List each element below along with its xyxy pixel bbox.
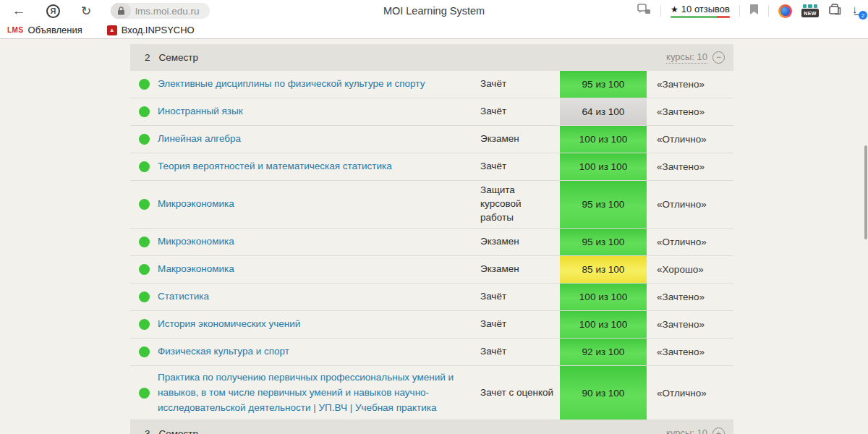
score-cell: 100 из 100 [560, 126, 647, 153]
dot-cell [130, 71, 158, 98]
status-dot-icon [139, 237, 150, 247]
course-link[interactable]: Практика по получению первичных професси… [158, 370, 472, 416]
grades-table: 2 Семестр курсы: 10 − Элективные дисципл… [130, 39, 733, 434]
table-row: Физическая культура и спорт Зачёт 92 из … [130, 339, 733, 366]
new-icon-dashes [803, 4, 817, 8]
table-row: История экономических учений Зачёт 100 и… [130, 311, 733, 339]
status-dot-icon [139, 134, 150, 145]
grade-text: «Зачтено» [647, 71, 733, 98]
status-dot-icon [139, 161, 150, 172]
star-icon: ★ [671, 4, 678, 14]
table-row: Практика по получению первичных професси… [130, 366, 733, 421]
vertical-scrollbar[interactable] [864, 145, 867, 239]
semester-label: Семестр [159, 428, 199, 434]
bookmarks-bar: LMS Объявления ▲ Вход.INPSYCHO [0, 22, 868, 39]
dot-cell [130, 366, 158, 420]
name-cell: Микроэкономика [158, 229, 480, 255]
control-type: Экзамен [480, 126, 560, 153]
control-type: Зачет с оценкой [480, 366, 560, 420]
score-cell: 95 из 100 [560, 71, 647, 98]
download-badge: 2 [859, 11, 867, 20]
dot-cell [130, 284, 158, 310]
course-link[interactable]: История экономических учений [158, 317, 300, 332]
score-cell: 64 из 100 [560, 98, 647, 125]
reviews-label: 10 отзывов [681, 4, 730, 14]
name-cell: Линейная алгебра [158, 126, 480, 153]
name-cell: Макроэкономика [158, 256, 480, 283]
score-cell: 95 из 100 [560, 229, 647, 255]
control-type: Зачёт [480, 71, 560, 98]
semester-number: 3 [145, 428, 150, 434]
bookmark-label: Объявления [28, 25, 82, 35]
bookmark-inpsycho[interactable]: ▲ Вход.INPSYCHO [107, 25, 195, 35]
status-dot-icon [139, 346, 150, 357]
name-cell: Элективные дисциплины по физической куль… [158, 71, 480, 98]
browser-ball-icon[interactable] [778, 4, 792, 18]
name-cell: Практика по получению первичных професси… [158, 366, 480, 420]
course-link[interactable]: Линейная алгебра [158, 132, 241, 147]
chat-bubbles-icon[interactable] [637, 4, 651, 19]
dot-cell [130, 181, 158, 228]
control-type: Защита курсовой работы [480, 181, 560, 228]
toolbar-divider [739, 5, 740, 17]
rating-bar [671, 16, 730, 18]
course-link[interactable]: Элективные дисциплины по физической куль… [158, 77, 425, 92]
dot-cell [130, 311, 158, 338]
crest-favicon: ▲ [107, 25, 117, 35]
course-link[interactable]: Микроэкономика [158, 234, 234, 250]
status-dot-icon [139, 319, 150, 330]
control-type: Зачёт [480, 153, 560, 180]
collapse-button[interactable]: − [712, 51, 725, 64]
back-icon[interactable]: ← [10, 3, 27, 19]
courses-count-link[interactable]: курсы: 10 [666, 427, 707, 434]
yandex-icon[interactable]: Я [46, 4, 60, 18]
refresh-icon[interactable]: ↻ [79, 4, 93, 19]
dot-cell [130, 339, 158, 365]
course-link[interactable]: Статистика [158, 289, 209, 305]
control-type: Зачёт [480, 311, 560, 338]
lock-icon [111, 3, 131, 19]
status-dot-icon [139, 199, 150, 210]
course-link[interactable]: Микроэкономика [158, 197, 234, 212]
table-row: Статистика Зачёт 100 из 100 «Зачтено» [130, 284, 733, 311]
page-title: MOI Learning System [383, 5, 485, 17]
download-arrow-icon: ↓̲ [852, 3, 858, 15]
control-type: Экзамен [480, 256, 560, 283]
score-cell: 100 из 100 [560, 311, 647, 338]
score-cell: 100 из 100 [560, 284, 647, 310]
score-cell: 85 из 100 [560, 256, 647, 283]
semester-header: 2 Семестр курсы: 10 − [130, 44, 733, 71]
address-bar[interactable]: lms.moi.edu.ru [111, 3, 210, 19]
score-cell: 90 из 100 [560, 366, 647, 420]
table-row: Макроэкономика Экзамен 85 из 100 «Хорошо… [130, 256, 733, 284]
grade-text: «Отлично» [647, 126, 733, 153]
name-cell: Статистика [158, 284, 480, 310]
table-row: Теория вероятностей и математическая ста… [130, 153, 733, 181]
collections-icon[interactable] [828, 4, 841, 18]
reviews-rating[interactable]: ★ 10 отзывов [671, 4, 730, 18]
browser-toolbar: ← Я ↻ lms.moi.edu.ru MOI Learning System… [0, 0, 868, 22]
courses-count-link[interactable]: курсы: 10 [666, 51, 707, 64]
grade-text: «Отлично» [647, 229, 733, 255]
status-dot-icon [139, 106, 150, 117]
dot-cell [130, 153, 158, 180]
table-row: Микроэкономика Защита курсовой работы 95… [130, 181, 733, 229]
semester-number: 2 [145, 52, 150, 63]
table-row: Микроэкономика Экзамен 95 из 100 «Отличн… [130, 229, 733, 256]
table-row: Элективные дисциплины по физической куль… [130, 71, 733, 98]
course-link[interactable]: Теория вероятностей и математическая ста… [158, 159, 392, 174]
dot-cell [130, 126, 158, 153]
new-feature-icon[interactable]: NEW [801, 4, 819, 17]
grade-text: «Отлично» [647, 181, 733, 228]
bookmark-announcements[interactable]: LMS Объявления [7, 25, 82, 35]
course-link[interactable]: Иностранный язык [158, 104, 243, 119]
url-text: lms.moi.edu.ru [135, 6, 200, 17]
name-cell: Теория вероятностей и математическая ста… [158, 153, 480, 180]
status-dot-icon [139, 292, 150, 302]
bookmark-flag-icon[interactable] [749, 4, 759, 18]
expand-button[interactable]: + [712, 427, 725, 434]
course-link[interactable]: Макроэкономика [158, 262, 234, 277]
semester-label: Семестр [159, 52, 199, 63]
course-link[interactable]: Физическая культура и спорт [158, 344, 289, 359]
downloads-icon[interactable]: ↓̲ 2 [851, 4, 865, 18]
